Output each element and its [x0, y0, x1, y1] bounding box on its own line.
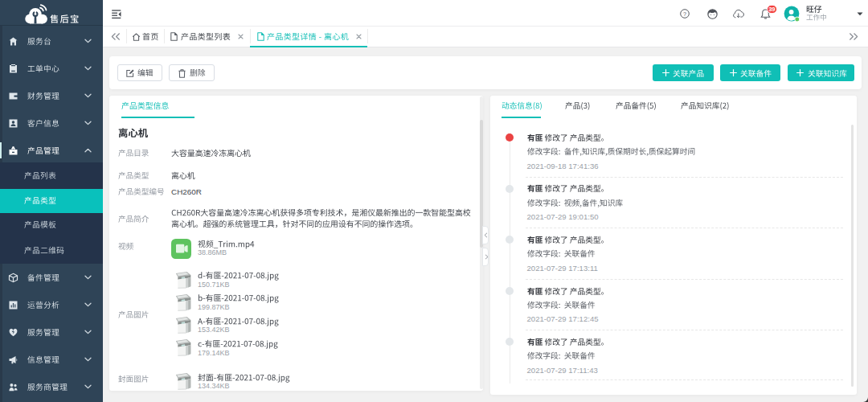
svg-text:?: ? [683, 10, 686, 18]
